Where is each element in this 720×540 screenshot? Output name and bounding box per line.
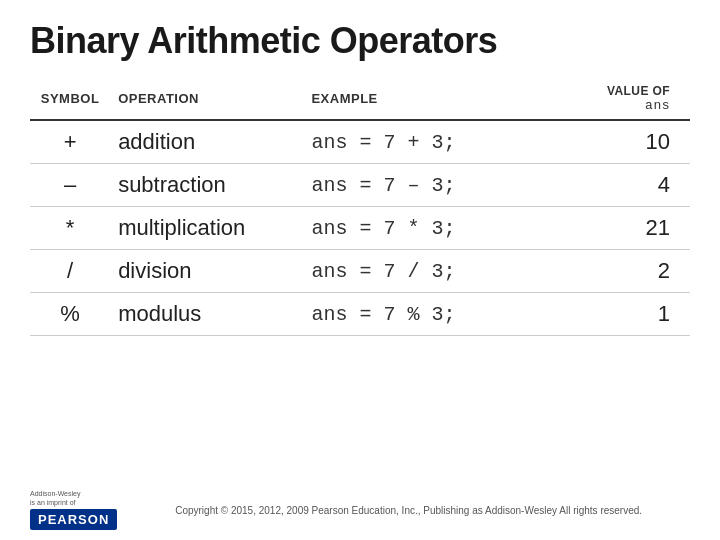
table-body: +additionans = 7 + 3;10–subtractionans =… [30,120,690,336]
table-row: %modulusans = 7 % 3;1 [30,293,690,336]
cell-operation: modulus [110,293,303,336]
cell-symbol: % [30,293,110,336]
table-wrapper: SYMBOL OPERATION EXAMPLE VALUE OF ans +a… [30,80,690,478]
cell-operation: addition [110,120,303,164]
value-of-label: VALUE OF [558,84,670,98]
cell-symbol: – [30,164,110,207]
cell-symbol: + [30,120,110,164]
cell-value: 21 [550,207,690,250]
cell-symbol: / [30,250,110,293]
cell-example: ans = 7 * 3; [303,207,550,250]
cell-value: 1 [550,293,690,336]
footer-logo: Addison-Wesley is an imprint of PEARSON [30,490,117,530]
cell-value: 4 [550,164,690,207]
addison-wesley-label: Addison-Wesley is an imprint of [30,490,80,507]
operators-table: SYMBOL OPERATION EXAMPLE VALUE OF ans +a… [30,80,690,336]
cell-operation: multiplication [110,207,303,250]
value-of-ans-label: ans [558,98,670,113]
page-title: Binary Arithmetic Operators [30,20,690,62]
header-symbol: SYMBOL [30,80,110,120]
copyright-text: Copyright © 2015, 2012, 2009 Pearson Edu… [127,505,690,516]
table-row: +additionans = 7 + 3;10 [30,120,690,164]
cell-operation: subtraction [110,164,303,207]
cell-value: 10 [550,120,690,164]
pearson-logo: PEARSON [30,509,117,530]
cell-example: ans = 7 % 3; [303,293,550,336]
cell-symbol: * [30,207,110,250]
header-operation: OPERATION [110,80,303,120]
cell-value: 2 [550,250,690,293]
table-row: –subtractionans = 7 – 3;4 [30,164,690,207]
cell-example: ans = 7 + 3; [303,120,550,164]
page-container: Binary Arithmetic Operators SYMBOL OPERA… [0,0,720,540]
cell-example: ans = 7 / 3; [303,250,550,293]
cell-example: ans = 7 – 3; [303,164,550,207]
header-value: VALUE OF ans [550,80,690,120]
table-row: *multiplicationans = 7 * 3;21 [30,207,690,250]
table-header-row: SYMBOL OPERATION EXAMPLE VALUE OF ans [30,80,690,120]
header-example: EXAMPLE [303,80,550,120]
table-row: /divisionans = 7 / 3;2 [30,250,690,293]
cell-operation: division [110,250,303,293]
footer: Addison-Wesley is an imprint of PEARSON … [30,486,690,530]
